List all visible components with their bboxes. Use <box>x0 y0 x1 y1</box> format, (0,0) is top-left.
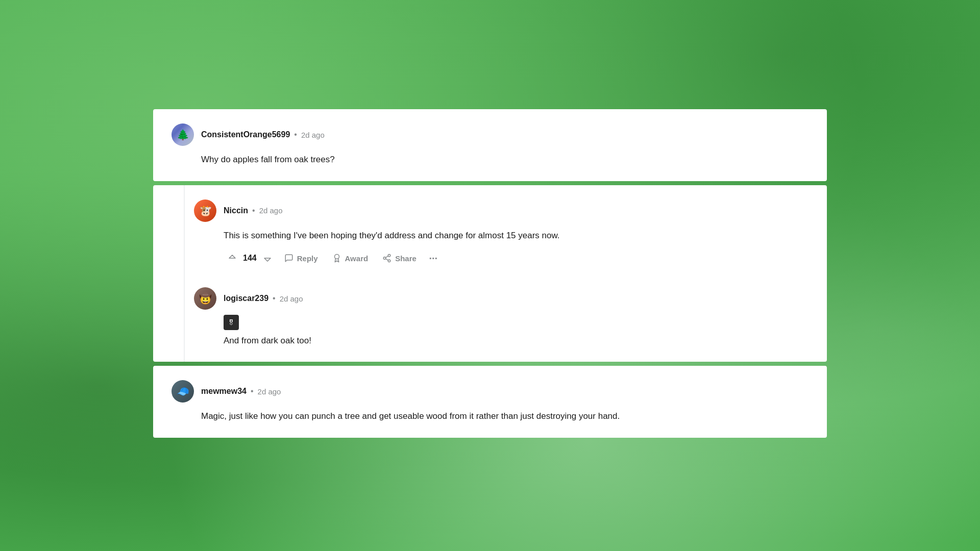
reply-icon <box>284 254 293 263</box>
more-label: ··· <box>429 253 438 264</box>
avatar <box>194 287 216 310</box>
award-label: Award <box>345 254 369 263</box>
avatar <box>194 199 216 222</box>
upvote-icon <box>228 254 237 263</box>
timestamp: 2d ago <box>259 206 283 215</box>
comment-card: ConsistentOrange5699 • 2d ago Why do app… <box>153 109 827 181</box>
username: logiscar239 <box>224 294 268 303</box>
separator: • <box>273 294 276 303</box>
sub-comment-header: logiscar239 • 2d ago <box>194 287 806 310</box>
comment-meta: logiscar239 • 2d ago <box>224 294 303 303</box>
nested-comment-group: Niccin • 2d ago This is something I've b… <box>153 185 827 362</box>
comment-header: ConsistentOrange5699 • 2d ago <box>172 123 806 146</box>
downvote-button[interactable] <box>259 249 276 267</box>
share-icon <box>382 254 391 263</box>
comment-card: mewmew34 • 2d ago Magic, just like how y… <box>153 366 827 437</box>
svg-line-4 <box>386 259 388 260</box>
avatar <box>172 123 194 146</box>
upvote-button[interactable] <box>224 249 241 267</box>
timestamp: 2d ago <box>258 387 281 396</box>
comment-body: Why do apples fall from oak trees? <box>201 153 806 166</box>
svg-line-5 <box>386 256 388 258</box>
comments-container: ConsistentOrange5699 • 2d ago Why do app… <box>153 109 827 441</box>
comment-meta: ConsistentOrange5699 • 2d ago <box>201 130 325 139</box>
timestamp: 2d ago <box>301 131 325 139</box>
award-badge: 🎖 <box>224 315 239 330</box>
comment-body: Magic, just like how you can punch a tre… <box>201 410 806 423</box>
sub-comment: logiscar239 • 2d ago 🎖 And from dark oak… <box>194 277 806 347</box>
comment-meta: mewmew34 • 2d ago <box>201 387 281 396</box>
award-button[interactable]: Award <box>326 250 375 266</box>
username: mewmew34 <box>201 387 247 396</box>
comment-card: Niccin • 2d ago This is something I've b… <box>194 199 806 267</box>
award-icon <box>332 254 341 263</box>
comment-header: Niccin • 2d ago <box>194 199 806 222</box>
share-button[interactable]: Share <box>376 250 423 266</box>
username: ConsistentOrange5699 <box>201 130 290 139</box>
comment-body: This is something I've been hoping they'… <box>224 229 806 242</box>
comment-body: And from dark oak too! <box>224 334 806 347</box>
avatar <box>172 380 194 403</box>
timestamp: 2d ago <box>280 294 303 303</box>
comment-actions: 144 Reply <box>224 249 806 267</box>
separator: • <box>294 130 297 139</box>
more-button[interactable]: ··· <box>425 249 442 267</box>
downvote-icon <box>263 254 272 263</box>
comment-header: mewmew34 • 2d ago <box>172 380 806 403</box>
reply-label: Reply <box>297 254 318 263</box>
comment-meta: Niccin • 2d ago <box>224 206 283 215</box>
share-label: Share <box>395 254 416 263</box>
separator: • <box>251 387 254 396</box>
username: Niccin <box>224 206 248 215</box>
separator: • <box>252 206 255 215</box>
vote-count: 144 <box>243 254 257 263</box>
reply-button[interactable]: Reply <box>278 250 324 266</box>
thread-line <box>184 185 185 362</box>
